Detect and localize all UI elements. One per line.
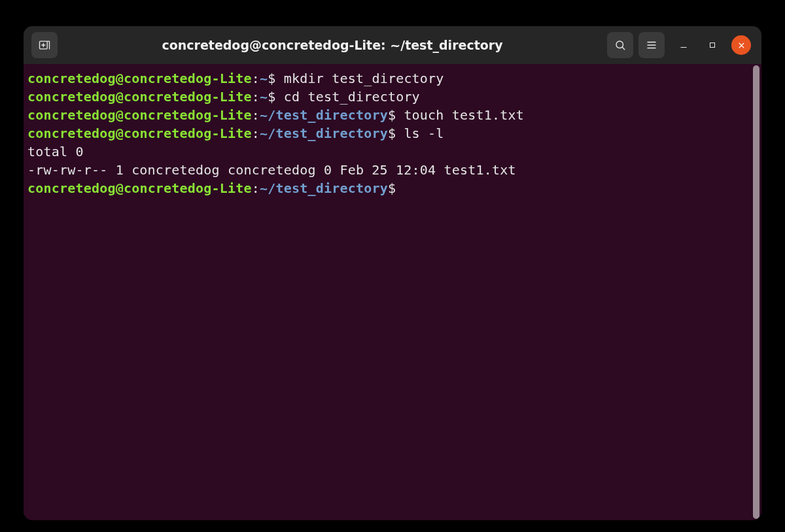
new-tab-button[interactable]	[31, 32, 58, 58]
minimize-button[interactable]	[674, 35, 693, 55]
command-2: cd test_directory	[284, 89, 420, 105]
titlebar: concretedog@concretedog-Lite: ~/test_dir…	[24, 26, 761, 64]
prompt-user: concretedog	[27, 71, 116, 86]
terminal-output[interactable]: concretedog@concretedog-Lite:~$ mkdir te…	[24, 64, 751, 520]
window-title: concretedog@concretedog-Lite: ~/test_dir…	[162, 38, 502, 52]
terminal-window: concretedog@concretedog-Lite: ~/test_dir…	[24, 26, 761, 520]
svg-rect-2	[710, 43, 715, 48]
prompt-path-home: ~	[260, 71, 268, 86]
prompt-sep: :	[252, 71, 260, 86]
scrollbar[interactable]	[751, 64, 761, 520]
command-1: mkdir test_directory	[284, 71, 444, 86]
prompt-at: @	[116, 71, 124, 86]
command-3: touch test1.txt	[404, 107, 524, 123]
maximize-button[interactable]	[703, 35, 722, 55]
window-controls	[674, 35, 751, 55]
close-button[interactable]	[731, 35, 751, 55]
command-4: ls -l	[404, 125, 444, 141]
output-line-1: total 0	[27, 144, 84, 159]
prompt-host: concretedog-Lite	[124, 71, 252, 86]
prompt-current: $	[388, 180, 396, 196]
terminal-area: concretedog@concretedog-Lite:~$ mkdir te…	[24, 64, 761, 520]
svg-point-1	[616, 41, 623, 48]
output-line-2: -rw-rw-r-- 1 concretedog concretedog 0 F…	[27, 162, 516, 178]
hamburger-menu-button[interactable]	[638, 32, 665, 58]
search-button[interactable]	[607, 32, 633, 58]
scrollbar-thumb[interactable]	[753, 65, 759, 519]
prompt-path-cwd: ~/test_directory	[260, 107, 388, 123]
prompt-symbol: $	[268, 71, 275, 86]
